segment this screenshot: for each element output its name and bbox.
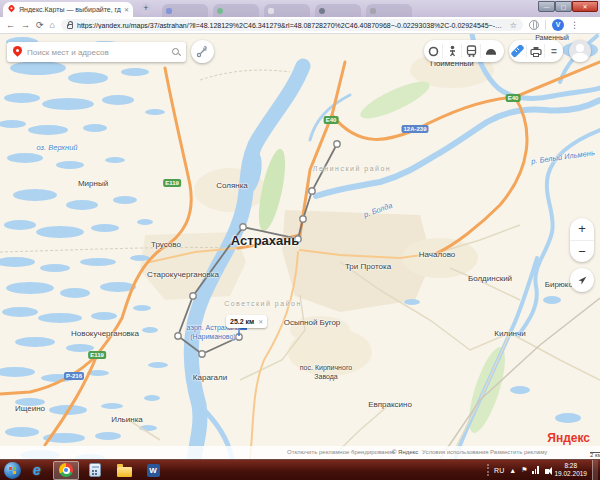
network-icon[interactable] [532,466,540,474]
internet-explorer-icon: e [33,463,41,477]
window-controls: — ▢ ✕ [538,1,598,12]
print-button[interactable] [527,44,545,58]
map-tools-toolbar: = [509,40,563,62]
tools-menu-button[interactable]: = [545,44,563,58]
map-label: Болдинский [468,274,512,283]
yandex-maps-logo-icon [13,46,22,59]
map-label-airport: (Нариманово) [190,333,235,340]
taskbar-explorer-button[interactable] [111,461,137,480]
forward-icon[interactable]: → [21,18,30,33]
back-icon[interactable]: ← [6,18,15,33]
map-label: Три Протока [345,262,391,271]
minimize-button[interactable]: — [538,1,555,12]
tab-title: Яндекс.Карты — выбирайте, гд [19,6,121,13]
transport-button[interactable] [462,44,481,58]
map-label: Карагали [193,373,227,382]
layers-button[interactable] [481,44,500,58]
map-label-district: Советский район [224,300,302,307]
background-window-tab[interactable] [162,4,208,17]
map-label: Килинчи [494,329,525,338]
background-window-tab[interactable] [315,4,361,17]
new-tab-button[interactable]: + [140,3,152,15]
road-shield: Е119 [163,179,181,187]
terms-link[interactable]: Условия использования [422,449,489,455]
traffic-icon [428,46,439,57]
ruler-distance-value: 25.2 км [230,318,254,325]
map-label-lake: оз. Верхний [36,143,77,152]
geolocation-button[interactable] [570,268,594,292]
scale-tick [590,452,600,453]
route-icon [196,45,209,58]
taskbar-clock[interactable]: 8:28 19.02.2019 [554,462,587,478]
bus-icon [466,45,477,57]
url-text[interactable]: https://yandex.ru/maps/37/astrahan/?ll=4… [77,22,506,29]
road-shield: 12А-239 [401,125,428,133]
language-indicator[interactable]: RU [494,467,504,474]
zoom-control: + − [570,218,594,262]
extension-icon[interactable] [529,20,539,30]
yandex-maps-page: Астрахань Солянка Трусово Старокучергано… [0,34,600,459]
map-search-bar[interactable] [7,42,186,62]
folder-icon [117,467,132,477]
favicon-icon [370,8,376,14]
map-layers-toolbar [424,40,504,62]
background-window-tab[interactable] [366,4,412,17]
traffic-button[interactable] [424,44,443,58]
search-input[interactable] [27,48,167,57]
system-tray: RU ▲ ⚑ 8:28 19.02.2019 [487,460,600,480]
road-shield: Е40 [506,94,521,102]
show-desktop-button[interactable] [592,460,598,480]
user-avatar[interactable] [569,40,591,62]
desktop-screen: Яндекс.Карты — выбирайте, гд ✕ + — ▢ ✕ ←… [0,0,600,480]
bookmark-star-icon[interactable]: ☆ [510,21,517,30]
printer-icon [530,46,542,57]
map-label-city: Астрахань [231,233,299,248]
taskbar-calculator-button[interactable] [82,461,108,480]
taskbar-chrome-button[interactable] [53,461,79,480]
profile-avatar[interactable]: V [552,19,564,31]
home-icon[interactable]: ⌂ [50,18,55,33]
tab-close-icon[interactable]: ✕ [124,6,129,13]
taskbar-ie-button[interactable]: e [24,461,50,480]
favicon-icon [217,8,223,14]
satellite-layers-icon [485,46,497,56]
map-label: Началово [419,250,455,259]
reload-icon[interactable]: ⟳ [36,18,44,33]
map-label: Завода [314,373,337,380]
windows-taskbar: e W RU ▲ ⚑ 8:28 19.02.2019 [0,459,600,480]
ruler-icon [511,45,524,58]
volume-icon[interactable] [545,469,549,474]
yandex-logo[interactable]: Яндекс [547,431,590,445]
close-button[interactable]: ✕ [572,1,598,12]
ruler-close-icon[interactable]: ✕ [258,318,263,325]
background-window-tab[interactable] [264,4,310,17]
background-window-tab[interactable] [213,4,259,17]
start-button[interactable] [4,462,21,479]
address-bar[interactable]: https://yandex.ru/maps/37/astrahan/?ll=4… [61,19,523,31]
taskbar-word-button[interactable]: W [140,461,166,480]
ruler-tool-button[interactable] [509,44,527,58]
maximize-button[interactable]: ▢ [555,1,572,12]
search-icon[interactable] [172,48,180,56]
map-label: Евпраксино [368,400,412,409]
browser-titlebar: Яндекс.Карты — выбирайте, гд ✕ + — ▢ ✕ [0,0,600,17]
action-center-flag-icon[interactable]: ⚑ [521,466,527,474]
browser-tab-yandex-maps[interactable]: Яндекс.Карты — выбирайте, гд ✕ [3,2,133,17]
browser-menu-icon[interactable]: ⋮ [570,20,579,30]
show-hidden-icons[interactable]: ▲ [509,467,516,474]
map-label: Новокучергановка [71,329,139,338]
yandex-pin-icon [9,5,15,13]
zoom-out-button[interactable]: − [570,241,594,263]
panoramas-button[interactable] [443,44,462,58]
map-label: Ильинка [111,415,143,424]
disable-branding-link[interactable]: Отключить рекламное брендирование [287,449,394,455]
zoom-in-button[interactable]: + [570,218,594,241]
routes-button[interactable] [191,40,214,63]
map-label: Старокучергановка [147,270,219,279]
lock-icon [67,24,73,29]
word-icon: W [147,464,160,477]
toolbar-divider [545,20,546,30]
road-shield: Е119 [88,351,106,359]
place-ad-link[interactable]: Разместить рекламу [490,449,547,455]
copyright-text: © Яндекс [392,449,418,455]
